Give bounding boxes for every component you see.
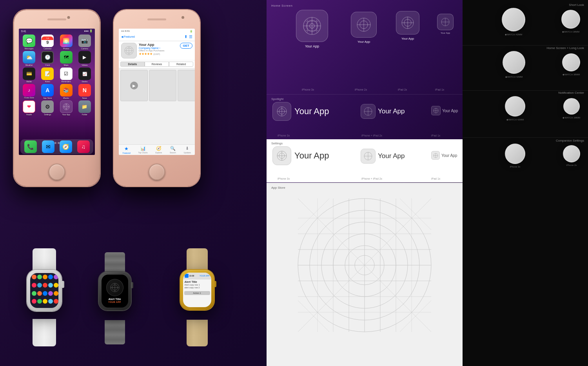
- app-ibooks[interactable]: 📚 iBooks: [58, 84, 75, 99]
- app-photos[interactable]: 🌅 Photos: [58, 35, 75, 50]
- app-calendar[interactable]: TUE 9 Calendar: [39, 35, 56, 50]
- dock-safari[interactable]: 🧭: [60, 140, 72, 153]
- app-settings[interactable]: ⚙ Settings: [39, 100, 56, 116]
- iphone-home-screen: 9:41 ●●● 🔋 💬 Messages TUE 9 Calendar 🌅 P…: [14, 10, 100, 186]
- spotlight-3x: Your App: [272, 102, 329, 121]
- spotlight-2x: Your App: [361, 104, 405, 119]
- watch3-action[interactable]: Action 1: [184, 291, 210, 295]
- spotlight-label: Spotlight: [271, 97, 283, 101]
- app-camera[interactable]: 📷 Camera: [76, 35, 93, 50]
- app-health[interactable]: ❤ Health: [20, 100, 38, 116]
- tab-details[interactable]: Details: [120, 62, 145, 67]
- status-icons: ●●● 🔋: [84, 29, 93, 33]
- notif-38mm: ◆WATCH 38ММ: [563, 98, 580, 119]
- dock-phone[interactable]: 📞: [24, 140, 37, 153]
- short-look-38mm: ◆WATCH 38ММ: [561, 10, 580, 33]
- home-label-2x: Your App: [358, 40, 370, 44]
- scale-label-iphone2x: iPhone 2x: [355, 88, 367, 91]
- app-stocks[interactable]: 📈 Stocks: [76, 67, 93, 83]
- watch2-alert-app: YOUR APP: [108, 301, 121, 303]
- scale-label-ipad2x: iPad 2x: [398, 88, 407, 91]
- nav-explore[interactable]: 🧭 Explore: [155, 146, 162, 154]
- settings-yourapp-3x: Your App: [294, 151, 329, 161]
- spotlight-scale-1x: iPad 1x: [431, 134, 440, 137]
- spotlight-yourapp-3x: Your App: [294, 106, 329, 117]
- settings-yourapp-2x: Your App: [378, 152, 405, 160]
- app-maps[interactable]: 🗺 Maps: [58, 51, 75, 66]
- home-button-right[interactable]: [149, 164, 165, 180]
- watch2-alert-title: Alert Title: [108, 298, 121, 300]
- spotlight-scale-3x: iPhone 3x: [278, 134, 290, 137]
- home-label-ipad2x: Your App: [401, 37, 414, 40]
- app-clock[interactable]: 🕐 Clock: [39, 51, 56, 66]
- settings-1x: Your App: [431, 151, 457, 160]
- status-time: 9:41: [21, 30, 26, 33]
- dock-mail[interactable]: ✉: [42, 140, 54, 153]
- apple-watch-silver: [10, 248, 78, 346]
- appstore-back[interactable]: ◀ Featured: [121, 35, 135, 38]
- spotlight-section: Spotlight Your App Your App Your App iPh…: [267, 94, 463, 139]
- nav-top-charts[interactable]: 📊 Top Charts: [138, 146, 148, 154]
- home-label-ipad1x: Your App: [441, 32, 450, 34]
- app-folder[interactable]: 📁 Folder: [76, 100, 93, 116]
- appstore-status-time: •••• 9:41: [121, 30, 130, 32]
- home-icon-2x: Your App: [351, 12, 377, 44]
- home-long-42mm: ◆WATCH 42ММ: [503, 51, 525, 78]
- home-long-38mm: ◆WATCH 38ММ: [562, 53, 580, 76]
- app-appstore[interactable]: A App Store: [39, 84, 56, 99]
- app-messages[interactable]: 💬 Messages: [20, 35, 38, 50]
- app-rating-count: (1337): [153, 53, 160, 55]
- tab-reviews[interactable]: Reviews: [145, 62, 169, 67]
- app-videos[interactable]: ▶ Videos: [76, 51, 93, 66]
- home-icon-ipad-2x: Your App: [396, 11, 419, 40]
- notification-center-label: Notification Center: [558, 91, 584, 95]
- settings-2x: Your App: [361, 149, 405, 164]
- home-long-label: Home Screen + Long Look: [547, 46, 584, 50]
- scale-label-ipad1x: iPad 1x: [435, 88, 444, 91]
- iphone-appstore: •••• 9:41 🔋 ◀ Featured ⬆ ☰ Your App Comp…: [114, 10, 200, 186]
- settings-scale-3x: iPhone 3x: [278, 177, 290, 180]
- home-icon-ipad-1x: Your App: [437, 14, 454, 34]
- home-screen-label: Home Screen: [271, 4, 292, 7]
- dock-music[interactable]: ♫: [77, 140, 90, 153]
- appstore-company[interactable]: Company Name ›: [139, 47, 178, 49]
- scale-label-iphone3x: iPhone 3x: [302, 88, 314, 91]
- app-rating: ★★★★★: [139, 52, 152, 56]
- short-look-42mm: ◆WATCH 42ММ: [502, 8, 525, 36]
- nav-featured[interactable]: ★ Featured: [123, 146, 131, 154]
- app-wallet[interactable]: 💳 Wallet: [20, 67, 38, 83]
- app-notes[interactable]: 📝 Notes: [39, 67, 56, 83]
- spotlight-yourapp-2x: Your App: [378, 107, 405, 115]
- companion-label: Companion Settings: [556, 139, 584, 142]
- app-reminders[interactable]: ☑ Reminders: [58, 67, 75, 83]
- appstore-section-label: App Store: [271, 186, 285, 189]
- companion-3x: iPhone 3x: [505, 144, 525, 168]
- home-screen-section: Home Screen Your App Your App Your App Y…: [267, 0, 463, 94]
- home-icon-3x: Your App: [296, 10, 328, 48]
- appstore-app-name: Your App: [139, 43, 178, 47]
- settings-yourapp-1x: Your App: [441, 153, 457, 158]
- settings-3x: Your App: [272, 146, 329, 165]
- app-news[interactable]: N News: [76, 84, 93, 99]
- short-look-label: Short Look: [569, 3, 584, 7]
- tab-related[interactable]: Related: [169, 62, 193, 67]
- home-button-left[interactable]: [49, 164, 65, 180]
- settings-label: Settings: [271, 142, 283, 145]
- appstore-in-app: Offers In-App Purchases: [139, 49, 178, 52]
- settings-scale-2x: iPhone + iPad 2x: [361, 177, 382, 180]
- apple-watch-dark: Alert Title YOUR APP: [82, 252, 147, 344]
- app-weather[interactable]: ⛅ Weather: [20, 51, 38, 66]
- nav-updates[interactable]: ⬇ Updates: [184, 146, 191, 154]
- home-label-3x: Your App: [305, 44, 319, 48]
- settings-scale-1x: iPad 1x: [431, 177, 440, 180]
- appstore-icon-grid: App Store: [267, 183, 463, 366]
- app-yourapp-home[interactable]: Your App: [58, 100, 75, 116]
- spotlight-yourapp-1x: Your App: [442, 109, 458, 113]
- spotlight-1x: Your App: [431, 106, 458, 115]
- get-button[interactable]: GET: [180, 43, 192, 49]
- apple-watch-gold: 10:09 YOUR APP Alert Title Alert copy ro…: [163, 248, 231, 346]
- settings-section: Settings Your App Your App Your App iPho…: [267, 139, 463, 182]
- notif-42mm: ◆WATCH 42ММ: [505, 96, 525, 121]
- nav-search[interactable]: 🔍 Search: [170, 146, 176, 154]
- app-itunes[interactable]: ♪ iTunes Store: [20, 84, 38, 99]
